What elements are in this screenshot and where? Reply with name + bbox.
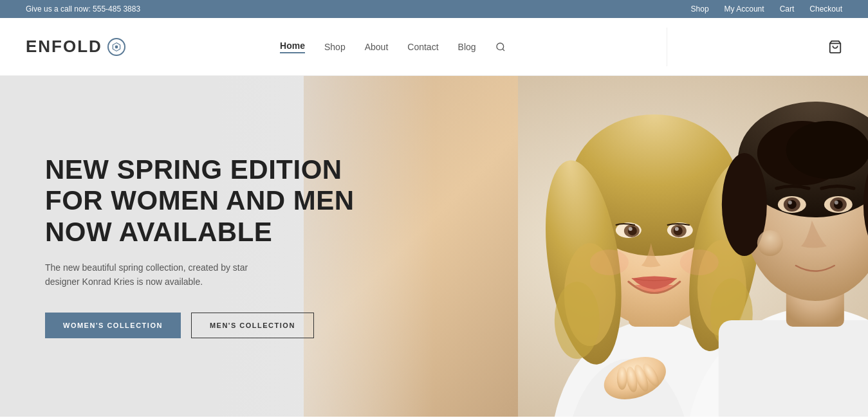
svg-point-19	[629, 227, 633, 231]
cart-icon	[828, 40, 842, 54]
couple-illustration	[518, 76, 868, 417]
search-button[interactable]	[495, 42, 506, 52]
svg-point-24	[590, 250, 629, 275]
logo-area: ENFOLD	[26, 37, 125, 57]
hero-title: NEW SPRING EDITION FOR WOMEN AND MEN NOW…	[45, 154, 360, 248]
nav-contact[interactable]: Contact	[407, 42, 438, 52]
logo-svg-icon	[111, 42, 122, 52]
svg-point-43	[788, 201, 792, 204]
svg-point-25	[680, 250, 719, 275]
hero-buttons: WOMEN'S COLLECTION MEN'S COLLECTION	[45, 313, 360, 338]
cart-button[interactable]	[828, 40, 842, 54]
logo-icon	[107, 38, 125, 56]
phone-text: Give us a call now: 555-485 3883	[26, 5, 140, 14]
nav-home[interactable]: Home	[280, 41, 305, 53]
topbar-shop-link[interactable]: Shop	[691, 5, 709, 14]
search-icon	[495, 42, 506, 52]
site-header: ENFOLD Home Shop About Contact Blog	[0, 18, 868, 76]
topbar-checkout-link[interactable]: Checkout	[809, 5, 842, 14]
womens-collection-button[interactable]: WOMEN'S COLLECTION	[45, 313, 181, 338]
top-bar-links: Shop My Account Cart Checkout	[691, 5, 842, 14]
topbar-cart-link[interactable]: Cart	[780, 5, 795, 14]
svg-point-47	[835, 201, 838, 204]
mens-collection-button[interactable]: MEN'S COLLECTION	[191, 313, 314, 338]
svg-rect-32	[719, 320, 868, 417]
topbar-myaccount-link[interactable]: My Account	[725, 5, 764, 14]
hero-content: NEW SPRING EDITION FOR WOMEN AND MEN NOW…	[0, 154, 360, 338]
top-bar: Give us a call now: 555-485 3883 Shop My…	[0, 0, 868, 18]
nav-blog[interactable]: Blog	[458, 42, 476, 52]
nav-divider	[667, 28, 667, 66]
nav-icons	[495, 42, 506, 52]
svg-line-2	[503, 49, 504, 51]
svg-point-48	[757, 230, 783, 256]
svg-point-0	[115, 45, 118, 48]
svg-point-39	[786, 121, 868, 179]
hero-description: The new beautiful spring collection, cre…	[45, 260, 251, 289]
svg-point-14	[555, 282, 600, 359]
svg-point-23	[675, 227, 679, 231]
nav-shop[interactable]: Shop	[324, 42, 346, 52]
logo-text: ENFOLD	[26, 37, 102, 57]
main-nav: Home Shop About Contact Blog	[280, 41, 505, 53]
svg-point-30	[617, 367, 627, 390]
nav-about[interactable]: About	[365, 42, 389, 52]
hero-section: NEW SPRING EDITION FOR WOMEN AND MEN NOW…	[0, 76, 868, 417]
svg-point-1	[497, 43, 504, 50]
